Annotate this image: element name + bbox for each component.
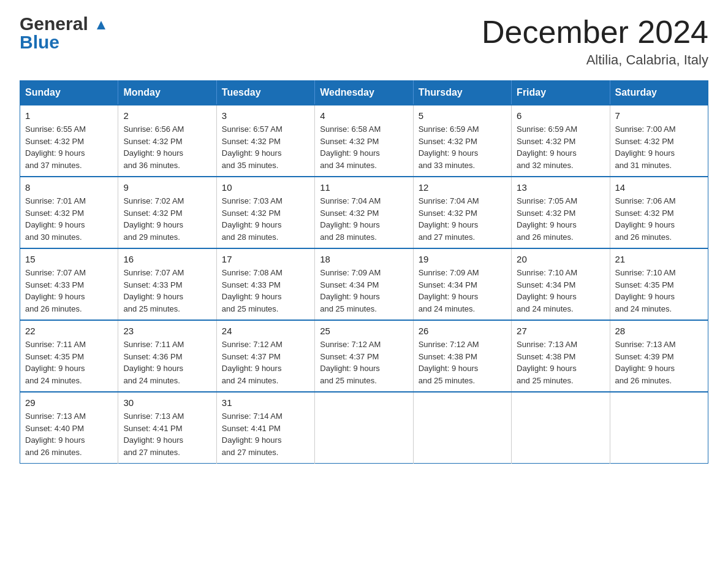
calendar-day-cell: 1 Sunrise: 6:55 AM Sunset: 4:32 PM Dayli… (20, 105, 118, 177)
day-number: 2 (123, 110, 211, 121)
day-number: 5 (419, 110, 506, 121)
day-info: Sunrise: 6:56 AM Sunset: 4:32 PM Dayligh… (123, 123, 211, 171)
calendar-day-cell (610, 392, 708, 464)
day-info: Sunrise: 7:06 AM Sunset: 4:32 PM Dayligh… (615, 195, 703, 243)
calendar-body: 1 Sunrise: 6:55 AM Sunset: 4:32 PM Dayli… (20, 105, 708, 464)
day-number: 20 (517, 254, 604, 264)
day-info: Sunrise: 6:59 AM Sunset: 4:32 PM Dayligh… (517, 123, 604, 171)
page-header: General Blue December 2024 Altilia, Cala… (20, 15, 708, 68)
logo-triangle-icon (94, 18, 108, 32)
calendar-day-cell: 28 Sunrise: 7:13 AM Sunset: 4:39 PM Dayl… (610, 320, 708, 392)
day-info: Sunrise: 6:58 AM Sunset: 4:32 PM Dayligh… (320, 123, 408, 171)
day-number: 18 (320, 254, 408, 264)
day-number: 27 (517, 326, 604, 336)
logo: General Blue (20, 15, 108, 52)
calendar-day-cell: 9 Sunrise: 7:02 AM Sunset: 4:32 PM Dayli… (118, 177, 216, 248)
day-info: Sunrise: 7:10 AM Sunset: 4:35 PM Dayligh… (615, 267, 703, 315)
day-number: 24 (222, 326, 309, 336)
calendar-day-cell (413, 392, 511, 464)
calendar-title: December 2024 (482, 15, 708, 50)
day-of-week-header: Saturday (610, 81, 708, 105)
day-info: Sunrise: 7:13 AM Sunset: 4:40 PM Dayligh… (25, 410, 113, 458)
calendar-day-cell: 30 Sunrise: 7:13 AM Sunset: 4:41 PM Dayl… (118, 392, 216, 464)
day-info: Sunrise: 7:12 AM Sunset: 4:37 PM Dayligh… (222, 339, 309, 386)
day-number: 12 (419, 182, 506, 193)
calendar-day-cell: 11 Sunrise: 7:04 AM Sunset: 4:32 PM Dayl… (315, 177, 413, 248)
day-number: 26 (419, 326, 506, 336)
day-number: 15 (25, 254, 113, 264)
calendar-week-row: 8 Sunrise: 7:01 AM Sunset: 4:32 PM Dayli… (20, 177, 708, 248)
day-of-week-header: Tuesday (216, 81, 314, 105)
day-number: 16 (123, 254, 211, 264)
calendar-day-cell: 23 Sunrise: 7:11 AM Sunset: 4:36 PM Dayl… (118, 320, 216, 392)
day-of-week-header: Friday (512, 81, 610, 105)
calendar-day-cell: 24 Sunrise: 7:12 AM Sunset: 4:37 PM Dayl… (216, 320, 314, 392)
calendar-day-cell: 21 Sunrise: 7:10 AM Sunset: 4:35 PM Dayl… (610, 248, 708, 320)
calendar-day-cell: 25 Sunrise: 7:12 AM Sunset: 4:37 PM Dayl… (315, 320, 413, 392)
day-info: Sunrise: 7:00 AM Sunset: 4:32 PM Dayligh… (615, 123, 703, 171)
calendar-day-cell: 10 Sunrise: 7:03 AM Sunset: 4:32 PM Dayl… (216, 177, 314, 248)
day-info: Sunrise: 6:55 AM Sunset: 4:32 PM Dayligh… (25, 123, 113, 171)
day-info: Sunrise: 7:12 AM Sunset: 4:38 PM Dayligh… (419, 339, 506, 386)
calendar-day-cell: 2 Sunrise: 6:56 AM Sunset: 4:32 PM Dayli… (118, 105, 216, 177)
days-of-week-row: SundayMondayTuesdayWednesdayThursdayFrid… (20, 81, 708, 105)
day-number: 6 (517, 110, 604, 121)
day-of-week-header: Sunday (20, 81, 118, 105)
calendar-day-cell: 3 Sunrise: 6:57 AM Sunset: 4:32 PM Dayli… (216, 105, 314, 177)
calendar-day-cell: 29 Sunrise: 7:13 AM Sunset: 4:40 PM Dayl… (20, 392, 118, 464)
day-of-week-header: Monday (118, 81, 216, 105)
day-number: 7 (615, 110, 703, 121)
calendar-week-row: 29 Sunrise: 7:13 AM Sunset: 4:40 PM Dayl… (20, 392, 708, 464)
day-number: 17 (222, 254, 309, 264)
calendar-subtitle: Altilia, Calabria, Italy (482, 52, 708, 68)
calendar-week-row: 22 Sunrise: 7:11 AM Sunset: 4:35 PM Dayl… (20, 320, 708, 392)
day-info: Sunrise: 7:12 AM Sunset: 4:37 PM Dayligh… (320, 339, 408, 386)
calendar-day-cell: 14 Sunrise: 7:06 AM Sunset: 4:32 PM Dayl… (610, 177, 708, 248)
day-info: Sunrise: 7:04 AM Sunset: 4:32 PM Dayligh… (419, 195, 506, 243)
calendar-day-cell: 19 Sunrise: 7:09 AM Sunset: 4:34 PM Dayl… (413, 248, 511, 320)
day-info: Sunrise: 7:09 AM Sunset: 4:34 PM Dayligh… (419, 267, 506, 315)
calendar-day-cell: 22 Sunrise: 7:11 AM Sunset: 4:35 PM Dayl… (20, 320, 118, 392)
day-info: Sunrise: 7:04 AM Sunset: 4:32 PM Dayligh… (320, 195, 408, 243)
day-number: 13 (517, 182, 604, 193)
day-number: 22 (25, 326, 113, 336)
svg-marker-0 (97, 21, 105, 29)
calendar-day-cell: 8 Sunrise: 7:01 AM Sunset: 4:32 PM Dayli… (20, 177, 118, 248)
calendar-day-cell: 16 Sunrise: 7:07 AM Sunset: 4:33 PM Dayl… (118, 248, 216, 320)
calendar-day-cell: 26 Sunrise: 7:12 AM Sunset: 4:38 PM Dayl… (413, 320, 511, 392)
day-number: 1 (25, 110, 113, 121)
title-area: December 2024 Altilia, Calabria, Italy (482, 15, 708, 68)
day-info: Sunrise: 7:05 AM Sunset: 4:32 PM Dayligh… (517, 195, 604, 243)
day-info: Sunrise: 7:07 AM Sunset: 4:33 PM Dayligh… (25, 267, 113, 315)
calendar-day-cell: 6 Sunrise: 6:59 AM Sunset: 4:32 PM Dayli… (512, 105, 610, 177)
calendar-day-cell: 4 Sunrise: 6:58 AM Sunset: 4:32 PM Dayli… (315, 105, 413, 177)
day-info: Sunrise: 7:10 AM Sunset: 4:34 PM Dayligh… (517, 267, 604, 315)
calendar-day-cell: 5 Sunrise: 6:59 AM Sunset: 4:32 PM Dayli… (413, 105, 511, 177)
day-info: Sunrise: 7:09 AM Sunset: 4:34 PM Dayligh… (320, 267, 408, 315)
day-number: 21 (615, 254, 703, 264)
day-info: Sunrise: 6:59 AM Sunset: 4:32 PM Dayligh… (419, 123, 506, 171)
calendar-day-cell (512, 392, 610, 464)
day-number: 23 (123, 326, 211, 336)
calendar-day-cell: 13 Sunrise: 7:05 AM Sunset: 4:32 PM Dayl… (512, 177, 610, 248)
calendar-week-row: 15 Sunrise: 7:07 AM Sunset: 4:33 PM Dayl… (20, 248, 708, 320)
day-of-week-header: Thursday (413, 81, 511, 105)
day-number: 11 (320, 182, 408, 193)
calendar-week-row: 1 Sunrise: 6:55 AM Sunset: 4:32 PM Dayli… (20, 105, 708, 177)
day-info: Sunrise: 7:13 AM Sunset: 4:38 PM Dayligh… (517, 339, 604, 386)
day-number: 10 (222, 182, 309, 193)
calendar-day-cell: 18 Sunrise: 7:09 AM Sunset: 4:34 PM Dayl… (315, 248, 413, 320)
day-info: Sunrise: 7:03 AM Sunset: 4:32 PM Dayligh… (222, 195, 309, 243)
calendar-day-cell: 27 Sunrise: 7:13 AM Sunset: 4:38 PM Dayl… (512, 320, 610, 392)
logo-general-text: General (20, 15, 108, 33)
calendar-day-cell: 31 Sunrise: 7:14 AM Sunset: 4:41 PM Dayl… (216, 392, 314, 464)
day-info: Sunrise: 7:07 AM Sunset: 4:33 PM Dayligh… (123, 267, 211, 315)
day-info: Sunrise: 7:11 AM Sunset: 4:35 PM Dayligh… (25, 339, 113, 386)
calendar-table: SundayMondayTuesdayWednesdayThursdayFrid… (20, 80, 708, 464)
calendar-day-cell: 7 Sunrise: 7:00 AM Sunset: 4:32 PM Dayli… (610, 105, 708, 177)
day-number: 25 (320, 326, 408, 336)
day-number: 8 (25, 182, 113, 193)
calendar-day-cell: 15 Sunrise: 7:07 AM Sunset: 4:33 PM Dayl… (20, 248, 118, 320)
calendar-header: SundayMondayTuesdayWednesdayThursdayFrid… (20, 81, 708, 105)
day-info: Sunrise: 7:14 AM Sunset: 4:41 PM Dayligh… (222, 410, 309, 458)
